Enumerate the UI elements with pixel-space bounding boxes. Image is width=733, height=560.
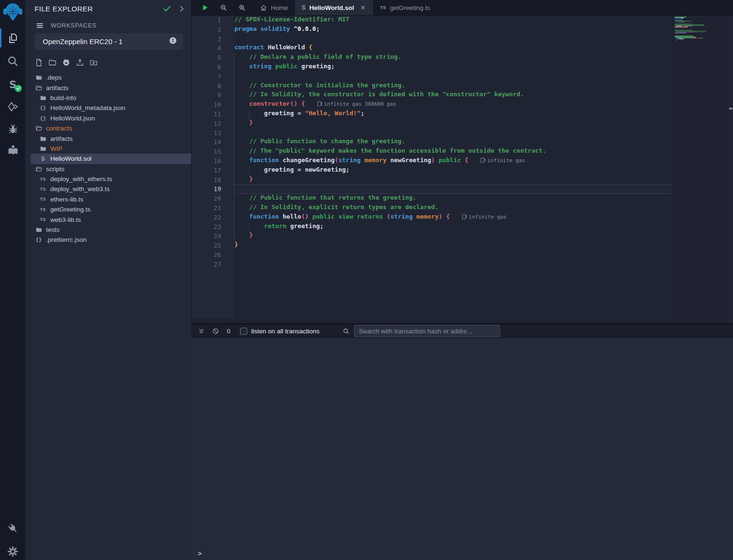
hamburger-menu-icon[interactable]: [36, 21, 44, 30]
folder-open-icon: [35, 125, 43, 132]
tree-item-label: deploy_with_ethers.ts: [50, 175, 112, 183]
ts-icon: TS: [380, 5, 386, 10]
folder-closed-icon: [39, 94, 47, 101]
code-line[interactable]: // Public function that returns the gree…: [233, 194, 672, 203]
upload-file-icon[interactable]: [75, 58, 84, 67]
code-line[interactable]: // In Solidity, explicit return types ar…: [233, 203, 672, 213]
code-line[interactable]: // Constructor to initialize the greetin…: [233, 82, 672, 91]
workspaces-label: WORKSPACES: [51, 22, 97, 29]
tab-home[interactable]: Home: [253, 0, 295, 15]
line-number: 26: [192, 250, 221, 260]
tree-item[interactable]: {}HelloWorld.json: [26, 113, 191, 123]
tree-item[interactable]: WIP: [26, 144, 191, 154]
chevron-right-icon[interactable]: [177, 5, 186, 13]
plugin-manager-icon[interactable]: [0, 522, 26, 534]
line-number-gutter: 1234567891011121314151617181920212223242…: [192, 16, 233, 319]
search-icon[interactable]: [0, 55, 26, 67]
code-viewport[interactable]: // SPDX-License-Identifier: MITpragma so…: [233, 16, 672, 319]
code-line[interactable]: [233, 260, 672, 269]
code-line[interactable]: greeting = newGreeting;: [233, 166, 672, 175]
new-folder-icon[interactable]: [48, 58, 57, 67]
solidity-icon: S: [39, 156, 47, 162]
code-line[interactable]: }: [233, 241, 672, 250]
code-line[interactable]: // SPDX-License-Identifier: MIT: [233, 16, 672, 25]
workspace-select[interactable]: OpenZeppelin ERC20 - 1: [35, 33, 183, 50]
activity-bar: S: [0, 0, 26, 560]
code-line[interactable]: // Public function to change the greetin…: [233, 138, 672, 147]
remix-logo-icon[interactable]: [0, 1, 26, 23]
tree-item[interactable]: scripts: [26, 164, 191, 174]
tree-item[interactable]: {}.prettierrc.json: [26, 235, 191, 245]
tab-helloworld-sol[interactable]: SHelloWorld.sol: [295, 0, 373, 15]
code-line[interactable]: string public greeting;: [233, 63, 672, 72]
json-icon: {}: [39, 105, 47, 111]
tree-item[interactable]: TSdeploy_with_web3.ts: [26, 184, 191, 194]
tab-getgreeting-ts[interactable]: TSgetGreeting.ts: [373, 0, 437, 15]
tree-item[interactable]: contracts: [26, 123, 191, 133]
line-number: 23: [192, 222, 221, 232]
code-line[interactable]: return greeting;: [233, 222, 672, 232]
code-line[interactable]: }: [233, 231, 672, 241]
code-line[interactable]: function hello() public view returns (st…: [233, 213, 672, 222]
terminal-output[interactable]: >: [191, 338, 733, 560]
code-line[interactable]: [233, 72, 672, 82]
code-line[interactable]: [233, 129, 672, 138]
code-line[interactable]: function changeGreeting(string memory ne…: [233, 156, 672, 166]
listen-transactions-checkbox[interactable]: [240, 328, 247, 335]
deploy-run-icon[interactable]: [0, 101, 26, 113]
tree-item-label: WIP: [50, 145, 63, 152]
github-icon[interactable]: [62, 58, 71, 67]
learneth-icon[interactable]: [0, 144, 26, 156]
solidity-compiler-icon[interactable]: S: [0, 78, 26, 91]
code-line[interactable]: }: [233, 119, 672, 129]
line-number: 8: [192, 82, 221, 91]
terminal-search-input[interactable]: [354, 325, 500, 337]
code-line[interactable]: // The "public" keyword makes the functi…: [233, 147, 672, 156]
gas-estimate: infinite gas: [462, 214, 506, 220]
tree-item-label: web3-lib.ts: [50, 216, 81, 223]
clear-console-icon[interactable]: [212, 328, 219, 335]
settings-icon[interactable]: [0, 546, 26, 557]
tree-item[interactable]: TSweb3-lib.ts: [26, 214, 191, 224]
gas-pump-icon: [462, 214, 466, 219]
code-line[interactable]: }: [233, 175, 672, 185]
tree-item[interactable]: artifacts: [26, 83, 191, 92]
tree-item[interactable]: TSgetGreeting.ts: [26, 204, 191, 214]
code-line[interactable]: greeting = "Hello, World!";: [233, 110, 672, 119]
tree-item[interactable]: tests: [26, 225, 191, 235]
code-line[interactable]: [233, 35, 672, 44]
code-line[interactable]: // In Solidity, the constructor is defin…: [233, 91, 672, 100]
tree-item[interactable]: {}HelloWorld_metadata.json: [26, 103, 191, 113]
upload-folder-icon[interactable]: [89, 58, 98, 67]
tree-item[interactable]: build-info: [26, 93, 191, 103]
code-line[interactable]: pragma solidity ^0.8.0;: [233, 25, 672, 35]
new-file-icon[interactable]: [35, 58, 43, 67]
close-tab-icon[interactable]: [360, 4, 366, 11]
run-play-icon[interactable]: [201, 4, 209, 11]
tree-item-label: artifacts: [46, 84, 68, 92]
accept-check-icon[interactable]: [162, 4, 172, 13]
file-explorer-icon[interactable]: [0, 32, 26, 45]
line-number: 16: [192, 156, 221, 166]
zoom-in-icon[interactable]: [239, 4, 246, 11]
zoom-out-icon[interactable]: [220, 4, 227, 11]
code-line[interactable]: contract HelloWorld {: [233, 44, 672, 53]
code-line[interactable]: constructor() {infinite gas 368600 gas: [233, 100, 672, 110]
code-line[interactable]: // Declare a public field of type string…: [233, 53, 672, 63]
tree-item[interactable]: SHelloWorld.sol: [31, 154, 191, 164]
minimap[interactable]: [675, 17, 728, 44]
tree-item-label: HelloWorld_metadata.json: [50, 104, 125, 111]
debugger-icon[interactable]: [0, 123, 26, 135]
tree-item[interactable]: TSethers-lib.ts: [26, 194, 191, 204]
tree-item[interactable]: TSdeploy_with_ethers.ts: [26, 174, 191, 184]
scrollbar-marker: [729, 108, 733, 110]
tree-item[interactable]: artifacts: [26, 133, 191, 143]
tree-item[interactable]: .deps: [26, 73, 191, 83]
json-icon: {}: [35, 237, 43, 243]
editor-scrollbar[interactable]: [729, 16, 733, 323]
solidity-icon: S: [302, 4, 306, 11]
tree-item-label: contracts: [46, 125, 72, 132]
code-line[interactable]: [233, 184, 672, 194]
collapse-terminal-icon[interactable]: [198, 328, 205, 335]
code-line[interactable]: [233, 250, 672, 260]
